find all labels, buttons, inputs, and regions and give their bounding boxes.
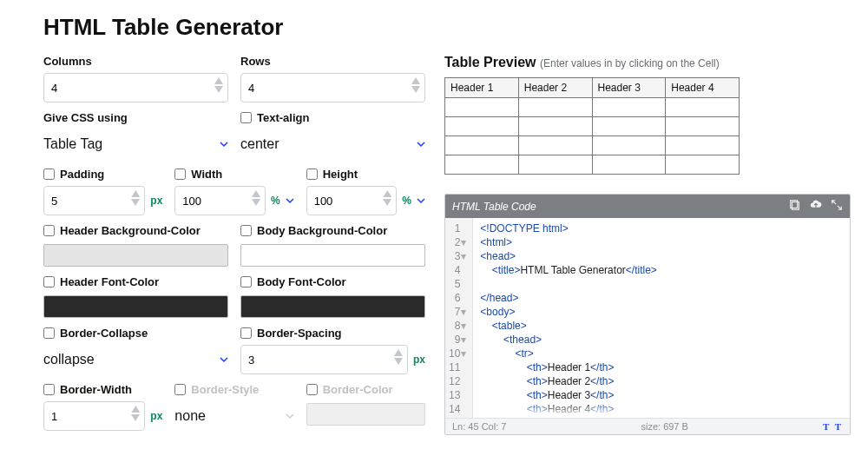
- body-font-checkbox[interactable]: [240, 276, 252, 287]
- preview-header-cell[interactable]: Header 1: [445, 78, 519, 98]
- css-using-select[interactable]: Table Tag: [43, 129, 228, 159]
- height-checkbox[interactable]: [306, 169, 318, 180]
- body-font-label[interactable]: Body Font-Color: [240, 275, 425, 288]
- chevron-down-icon: [417, 196, 425, 205]
- preview-cell[interactable]: [445, 98, 519, 117]
- border-width-unit: px: [150, 410, 162, 422]
- preview-cell[interactable]: [666, 136, 740, 155]
- chevron-down-icon: [286, 412, 294, 420]
- header-bg-checkbox[interactable]: [43, 225, 55, 236]
- rows-label: Rows: [240, 55, 425, 68]
- editor-text-tool-icon[interactable]: T T: [823, 421, 843, 432]
- editor-cursor-pos: Ln: 45 Col: 7: [452, 421, 506, 432]
- preview-heading: Table Preview (Enter values in by clicki…: [444, 55, 851, 70]
- preview-cell[interactable]: [592, 155, 666, 175]
- preview-cell[interactable]: [666, 155, 740, 175]
- preview-cell[interactable]: [445, 155, 519, 175]
- preview-cell[interactable]: [592, 136, 666, 155]
- border-collapse-label[interactable]: Border-Collapse: [43, 327, 228, 340]
- expand-icon[interactable]: [831, 199, 843, 214]
- stepper-icon[interactable]: [394, 349, 403, 365]
- columns-input[interactable]: [43, 73, 228, 102]
- preview-cell[interactable]: [518, 155, 592, 175]
- preview-cell[interactable]: [518, 98, 592, 117]
- header-bg-label[interactable]: Header Background-Color: [43, 224, 228, 237]
- text-align-label[interactable]: Text-align: [240, 111, 425, 124]
- border-spacing-label[interactable]: Border-Spacing: [240, 327, 425, 340]
- height-label[interactable]: Height: [306, 168, 425, 181]
- preview-cell[interactable]: [666, 117, 740, 136]
- border-collapse-checkbox[interactable]: [43, 327, 55, 339]
- border-style-select[interactable]: none: [174, 401, 293, 431]
- chevron-down-icon: [286, 196, 294, 205]
- border-color-checkbox[interactable]: [306, 384, 318, 395]
- preview-cell[interactable]: [592, 98, 666, 117]
- border-style-label[interactable]: Border-Style: [174, 383, 293, 396]
- chevron-down-icon: [220, 355, 228, 364]
- editor-size: size: 697 B: [641, 421, 687, 432]
- stepper-icon[interactable]: [131, 190, 140, 206]
- border-spacing-input[interactable]: [240, 345, 408, 374]
- width-label[interactable]: Width: [174, 168, 293, 181]
- cloud-upload-icon[interactable]: [810, 199, 822, 214]
- preview-cell[interactable]: [445, 117, 519, 136]
- css-using-label: Give CSS using: [43, 111, 228, 124]
- code-area[interactable]: 1 2▾3▾4 5 6 7▾8▾9▾10▾11 12 13 14 15 16 <…: [445, 218, 850, 418]
- border-spacing-unit: px: [413, 354, 425, 366]
- preview-cell[interactable]: [445, 136, 519, 155]
- header-font-label[interactable]: Header Font-Color: [43, 275, 228, 288]
- text-align-checkbox[interactable]: [240, 112, 252, 123]
- stepper-icon[interactable]: [411, 77, 420, 93]
- preview-cell[interactable]: [518, 117, 592, 136]
- body-font-swatch[interactable]: [240, 295, 425, 318]
- preview-table[interactable]: Header 1Header 2Header 3Header 4: [444, 77, 740, 175]
- stepper-icon[interactable]: [131, 406, 140, 421]
- padding-unit: px: [150, 195, 162, 207]
- height-unit-select[interactable]: %: [402, 195, 425, 207]
- preview-header-cell[interactable]: Header 2: [518, 78, 592, 98]
- preview-cell[interactable]: [592, 117, 666, 136]
- page-title: HTML Table Generator: [43, 14, 868, 41]
- border-color-label[interactable]: Border-Color: [306, 383, 425, 396]
- body-bg-label[interactable]: Body Background-Color: [240, 224, 425, 237]
- chevron-down-icon: [220, 140, 228, 149]
- padding-label[interactable]: Padding: [43, 168, 162, 181]
- body-bg-swatch[interactable]: [240, 244, 425, 267]
- width-checkbox[interactable]: [174, 169, 186, 180]
- preview-header-cell[interactable]: Header 4: [666, 78, 740, 98]
- copy-icon[interactable]: [789, 199, 801, 214]
- border-style-checkbox[interactable]: [174, 384, 186, 395]
- code-editor: HTML Table Code 1 2▾3▾4 5 6 7▾8▾9▾10▾11 …: [444, 194, 851, 435]
- body-bg-checkbox[interactable]: [240, 225, 252, 236]
- header-font-swatch[interactable]: [43, 295, 228, 318]
- border-width-input[interactable]: [43, 401, 145, 431]
- padding-input[interactable]: [43, 186, 145, 215]
- chevron-down-icon: [417, 140, 425, 149]
- stepper-icon[interactable]: [383, 190, 391, 206]
- preview-cell[interactable]: [518, 136, 592, 155]
- header-bg-swatch[interactable]: [43, 244, 228, 267]
- border-width-label[interactable]: Border-Width: [43, 383, 162, 396]
- width-unit-select[interactable]: %: [271, 195, 294, 207]
- editor-title: HTML Table Code: [452, 201, 536, 213]
- preview-cell[interactable]: [666, 98, 740, 117]
- stepper-icon[interactable]: [214, 77, 223, 93]
- rows-input[interactable]: [240, 73, 425, 102]
- border-spacing-checkbox[interactable]: [240, 327, 252, 339]
- border-width-checkbox[interactable]: [43, 384, 55, 395]
- preview-header-cell[interactable]: Header 3: [592, 78, 666, 98]
- stepper-icon[interactable]: [252, 190, 260, 206]
- columns-label: Columns: [43, 55, 228, 68]
- border-collapse-select[interactable]: collapse: [43, 345, 228, 374]
- header-font-checkbox[interactable]: [43, 276, 55, 287]
- padding-checkbox[interactable]: [43, 169, 55, 180]
- text-align-select[interactable]: center: [240, 129, 425, 159]
- settings-panel: Columns Rows Give CSS using Table Tag Te…: [43, 55, 425, 439]
- border-color-swatch[interactable]: [306, 403, 425, 426]
